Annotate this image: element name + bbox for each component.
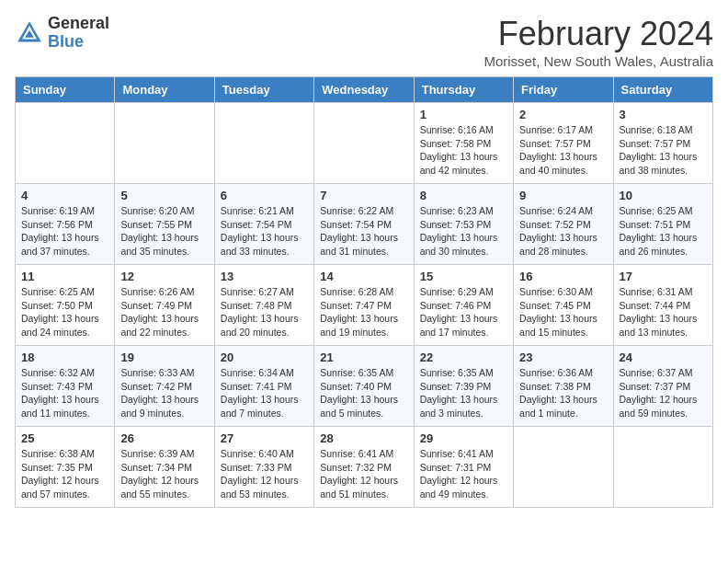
- header-tuesday: Tuesday: [214, 77, 313, 103]
- day-number: 28: [320, 431, 407, 445]
- day-info: Sunrise: 6:18 AM Sunset: 7:57 PM Dayligh…: [620, 123, 707, 178]
- calendar-cell: [314, 103, 414, 184]
- calendar-week-1: 1Sunrise: 6:16 AM Sunset: 7:58 PM Daylig…: [16, 103, 713, 184]
- day-info: Sunrise: 6:26 AM Sunset: 7:49 PM Dayligh…: [120, 285, 208, 339]
- calendar-cell: 18Sunrise: 6:32 AM Sunset: 7:43 PM Dayli…: [16, 346, 115, 427]
- day-number: 11: [21, 270, 108, 283]
- day-info: Sunrise: 6:29 AM Sunset: 7:46 PM Dayligh…: [420, 285, 507, 339]
- day-info: Sunrise: 6:20 AM Sunset: 7:55 PM Dayligh…: [120, 204, 208, 259]
- day-number: 13: [221, 270, 308, 283]
- day-number: 8: [420, 189, 507, 202]
- calendar-cell: 8Sunrise: 6:23 AM Sunset: 7:53 PM Daylig…: [414, 184, 513, 265]
- calendar-title: February 2024: [483, 15, 713, 53]
- day-number: 21: [320, 350, 407, 364]
- day-info: Sunrise: 6:39 AM Sunset: 7:34 PM Dayligh…: [120, 447, 208, 501]
- day-number: 6: [221, 189, 308, 202]
- header-saturday: Saturday: [613, 77, 712, 103]
- page-header: General Blue February 2024 Morisset, New…: [15, 15, 713, 69]
- calendar-cell: 4Sunrise: 6:19 AM Sunset: 7:56 PM Daylig…: [16, 184, 115, 265]
- day-info: Sunrise: 6:23 AM Sunset: 7:53 PM Dayligh…: [420, 204, 507, 259]
- day-info: Sunrise: 6:36 AM Sunset: 7:38 PM Dayligh…: [519, 366, 607, 420]
- calendar-cell: 21Sunrise: 6:35 AM Sunset: 7:40 PM Dayli…: [314, 346, 414, 427]
- header-wednesday: Wednesday: [314, 77, 414, 103]
- calendar-cell: [16, 103, 115, 184]
- calendar-cell: 23Sunrise: 6:36 AM Sunset: 7:38 PM Dayli…: [514, 346, 613, 427]
- day-number: 4: [21, 189, 108, 202]
- day-info: Sunrise: 6:34 AM Sunset: 7:41 PM Dayligh…: [221, 366, 308, 420]
- day-number: 16: [519, 270, 607, 283]
- calendar-cell: 28Sunrise: 6:41 AM Sunset: 7:32 PM Dayli…: [314, 427, 414, 508]
- calendar-cell: 22Sunrise: 6:35 AM Sunset: 7:39 PM Dayli…: [414, 346, 513, 427]
- calendar-cell: 5Sunrise: 6:20 AM Sunset: 7:55 PM Daylig…: [115, 184, 214, 265]
- day-info: Sunrise: 6:41 AM Sunset: 7:31 PM Dayligh…: [420, 447, 507, 501]
- day-number: 26: [120, 431, 208, 445]
- calendar-cell: 3Sunrise: 6:18 AM Sunset: 7:57 PM Daylig…: [613, 103, 712, 184]
- calendar-cell: [214, 103, 313, 184]
- header-thursday: Thursday: [414, 77, 513, 103]
- weekday-header-row: Sunday Monday Tuesday Wednesday Thursday…: [16, 77, 713, 103]
- calendar-cell: 14Sunrise: 6:28 AM Sunset: 7:47 PM Dayli…: [314, 265, 414, 346]
- header-sunday: Sunday: [16, 77, 115, 103]
- day-info: Sunrise: 6:33 AM Sunset: 7:42 PM Dayligh…: [120, 366, 208, 420]
- calendar-table: Sunday Monday Tuesday Wednesday Thursday…: [15, 76, 713, 508]
- day-info: Sunrise: 6:21 AM Sunset: 7:54 PM Dayligh…: [221, 204, 308, 259]
- calendar-cell: [514, 427, 613, 508]
- calendar-subtitle: Morisset, New South Wales, Australia: [483, 53, 713, 69]
- calendar-week-5: 25Sunrise: 6:38 AM Sunset: 7:35 PM Dayli…: [16, 427, 713, 508]
- calendar-body: 1Sunrise: 6:16 AM Sunset: 7:58 PM Daylig…: [16, 103, 713, 508]
- day-number: 24: [620, 350, 707, 364]
- calendar-cell: 7Sunrise: 6:22 AM Sunset: 7:54 PM Daylig…: [314, 184, 414, 265]
- logo-general: General: [48, 15, 109, 33]
- day-number: 23: [519, 350, 607, 364]
- calendar-cell: 29Sunrise: 6:41 AM Sunset: 7:31 PM Dayli…: [414, 427, 513, 508]
- day-number: 25: [21, 431, 108, 445]
- day-info: Sunrise: 6:40 AM Sunset: 7:33 PM Dayligh…: [221, 447, 308, 501]
- logo-text: General Blue: [48, 15, 109, 52]
- day-number: 14: [320, 270, 407, 283]
- day-number: 17: [620, 270, 707, 283]
- day-number: 1: [420, 108, 507, 121]
- day-info: Sunrise: 6:22 AM Sunset: 7:54 PM Dayligh…: [320, 204, 407, 259]
- day-info: Sunrise: 6:28 AM Sunset: 7:47 PM Dayligh…: [320, 285, 407, 339]
- day-number: 19: [120, 350, 208, 364]
- calendar-cell: 20Sunrise: 6:34 AM Sunset: 7:41 PM Dayli…: [214, 346, 313, 427]
- day-info: Sunrise: 6:35 AM Sunset: 7:39 PM Dayligh…: [420, 366, 507, 420]
- day-number: 5: [120, 189, 208, 202]
- calendar-cell: 15Sunrise: 6:29 AM Sunset: 7:46 PM Dayli…: [414, 265, 513, 346]
- day-info: Sunrise: 6:38 AM Sunset: 7:35 PM Dayligh…: [21, 447, 108, 501]
- day-number: 10: [620, 189, 707, 202]
- day-number: 18: [21, 350, 108, 364]
- calendar-week-4: 18Sunrise: 6:32 AM Sunset: 7:43 PM Dayli…: [16, 346, 713, 427]
- logo: General Blue: [15, 15, 109, 52]
- day-number: 27: [221, 431, 308, 445]
- logo-icon: [15, 18, 44, 48]
- header-friday: Friday: [514, 77, 613, 103]
- day-number: 15: [420, 270, 507, 283]
- day-number: 7: [320, 189, 407, 202]
- calendar-header: Sunday Monday Tuesday Wednesday Thursday…: [16, 77, 713, 103]
- calendar-cell: [115, 103, 214, 184]
- day-info: Sunrise: 6:17 AM Sunset: 7:57 PM Dayligh…: [519, 123, 607, 178]
- calendar-cell: 1Sunrise: 6:16 AM Sunset: 7:58 PM Daylig…: [414, 103, 513, 184]
- day-number: 2: [519, 108, 607, 121]
- day-info: Sunrise: 6:30 AM Sunset: 7:45 PM Dayligh…: [519, 285, 607, 339]
- day-info: Sunrise: 6:25 AM Sunset: 7:50 PM Dayligh…: [21, 285, 108, 339]
- day-number: 12: [120, 270, 208, 283]
- calendar-cell: 25Sunrise: 6:38 AM Sunset: 7:35 PM Dayli…: [16, 427, 115, 508]
- day-number: 29: [420, 431, 507, 445]
- day-number: 3: [620, 108, 707, 121]
- day-info: Sunrise: 6:41 AM Sunset: 7:32 PM Dayligh…: [320, 447, 407, 501]
- calendar-cell: 12Sunrise: 6:26 AM Sunset: 7:49 PM Dayli…: [115, 265, 214, 346]
- day-info: Sunrise: 6:37 AM Sunset: 7:37 PM Dayligh…: [620, 366, 707, 420]
- calendar-cell: 16Sunrise: 6:30 AM Sunset: 7:45 PM Dayli…: [514, 265, 613, 346]
- calendar-cell: 27Sunrise: 6:40 AM Sunset: 7:33 PM Dayli…: [214, 427, 313, 508]
- calendar-cell: 13Sunrise: 6:27 AM Sunset: 7:48 PM Dayli…: [214, 265, 313, 346]
- calendar-cell: 17Sunrise: 6:31 AM Sunset: 7:44 PM Dayli…: [613, 265, 712, 346]
- day-info: Sunrise: 6:25 AM Sunset: 7:51 PM Dayligh…: [620, 204, 707, 259]
- day-info: Sunrise: 6:19 AM Sunset: 7:56 PM Dayligh…: [21, 204, 108, 259]
- day-info: Sunrise: 6:35 AM Sunset: 7:40 PM Dayligh…: [320, 366, 407, 420]
- calendar-cell: 19Sunrise: 6:33 AM Sunset: 7:42 PM Dayli…: [115, 346, 214, 427]
- day-info: Sunrise: 6:32 AM Sunset: 7:43 PM Dayligh…: [21, 366, 108, 420]
- title-block: February 2024 Morisset, New South Wales,…: [483, 15, 713, 69]
- calendar-cell: 10Sunrise: 6:25 AM Sunset: 7:51 PM Dayli…: [613, 184, 712, 265]
